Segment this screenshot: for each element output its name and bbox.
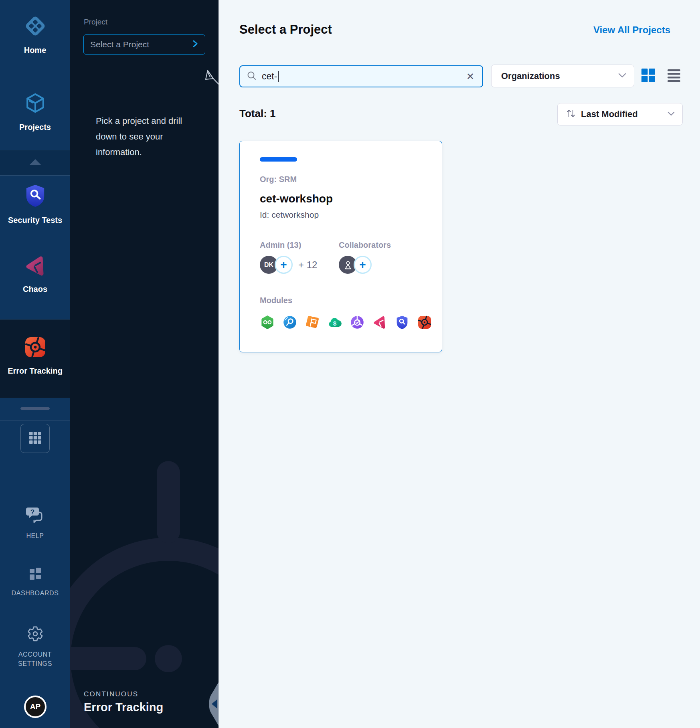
project-name: cet-workshop: [260, 192, 333, 205]
srm-module-icon: [350, 315, 364, 330]
app-window: Home Projects: [0, 0, 700, 728]
sidebar-active-section: Error Tracking: [0, 320, 70, 398]
product-kicker: CONTINUOUS: [84, 690, 138, 698]
divider: [0, 175, 70, 176]
project-card[interactable]: Org: SRM cet-workshop Id: cetworkshop Ad…: [239, 141, 442, 352]
modules-label: Modules: [260, 296, 292, 305]
grid-view-button[interactable]: [641, 68, 655, 83]
error-tracking-target-icon: [24, 336, 47, 360]
chevron-right-icon: [192, 39, 198, 50]
search-icon: [247, 71, 257, 83]
sto-module-icon: [395, 315, 409, 330]
dashboards-icon: [28, 567, 42, 582]
error-tracking-module-icon: [417, 315, 432, 330]
sidebar-item-dashboards[interactable]: DASHBOARDS: [0, 567, 70, 598]
organizations-filter-value: Organizations: [501, 71, 618, 81]
sidebar-item-security-tests[interactable]: Security Tests: [0, 184, 70, 225]
feature-flags-module-icon: [305, 315, 320, 330]
cloud-cost-module-icon: $: [328, 315, 342, 330]
sidebar-item-label: DASHBOARDS: [11, 588, 59, 598]
sidebar-item-account-settings[interactable]: ACCOUNT SETTINGS: [0, 625, 70, 668]
collaborators-label: Collaborators: [339, 241, 391, 250]
ci-module-icon: [260, 315, 275, 330]
add-collaborator-button[interactable]: +: [354, 256, 372, 274]
help-chat-icon: ?: [26, 506, 45, 525]
list-view-icon: [667, 68, 681, 83]
sidebar: Home Projects: [0, 0, 70, 728]
avatar-initials: AP: [30, 702, 40, 711]
sidebar-item-label: Error Tracking: [8, 366, 63, 376]
module-picker-button[interactable]: [20, 424, 50, 453]
sidebar-item-label: HELP: [26, 531, 44, 540]
project-panel: Project Select a Project Pick a project …: [70, 0, 218, 728]
text-cursor: [278, 71, 279, 82]
sidebar-item-label: Home: [24, 45, 47, 55]
drag-divider: [20, 407, 50, 410]
clear-search-button[interactable]: ✕: [465, 70, 476, 83]
sidebar-item-label: Chaos: [23, 284, 47, 294]
project-id: Id: cetworkshop: [260, 210, 319, 220]
main-content: Select a Project View All Projects cet- …: [218, 0, 700, 728]
sidebar-item-projects[interactable]: Projects: [0, 91, 70, 132]
avatar-initials: DK: [264, 261, 273, 269]
cd-module-icon: [283, 315, 297, 330]
total-count: Total: 1: [239, 107, 276, 120]
project-org: Org: SRM: [260, 175, 297, 184]
sidebar-item-help[interactable]: ? HELP: [0, 506, 70, 540]
page-title: Select a Project: [239, 22, 332, 37]
collaborator-avatars: +: [339, 256, 372, 274]
product-name: Error Tracking: [84, 701, 163, 714]
list-view-button[interactable]: [667, 68, 681, 83]
add-admin-button[interactable]: +: [275, 256, 293, 274]
gear-icon: [27, 625, 44, 644]
sort-value: Last Modified: [581, 109, 662, 119]
chevron-down-icon: [618, 73, 627, 80]
person-icon: [344, 260, 352, 270]
sort-arrows-icon: [566, 108, 576, 120]
user-avatar[interactable]: AP: [24, 696, 47, 718]
sort-dropdown[interactable]: Last Modified: [557, 103, 683, 125]
hand-drawn-arrow-illustration: [200, 68, 218, 101]
search-input[interactable]: cet- ✕: [239, 65, 483, 87]
svg-text:?: ?: [30, 508, 34, 516]
admin-avatars: DK + + 12: [260, 256, 317, 274]
chaos-module-icon: [372, 315, 387, 330]
project-color-bar: [260, 157, 297, 162]
sidebar-item-label: Security Tests: [8, 215, 62, 225]
target-watermark: [70, 461, 218, 728]
admin-extra-count: + 12: [298, 259, 317, 271]
sidebar-item-label: Projects: [19, 122, 51, 132]
home-icon: [24, 14, 47, 39]
sidebar-item-error-tracking[interactable]: Error Tracking: [0, 336, 70, 376]
grid-view-icon: [641, 68, 655, 83]
app-grid-icon: [28, 431, 42, 447]
sidebar-item-label: ACCOUNT SETTINGS: [11, 650, 59, 668]
project-selector-dropdown[interactable]: Select a Project: [83, 34, 205, 55]
collapse-panel-toggle[interactable]: [206, 681, 218, 727]
admin-label: Admin (13): [260, 241, 301, 250]
empty-state-hint: Pick a project and drill down to see you…: [96, 113, 196, 160]
chevron-up-icon: [29, 158, 42, 167]
search-value: cet-: [262, 71, 277, 82]
projects-cube-icon: [24, 91, 47, 116]
organizations-filter-dropdown[interactable]: Organizations: [491, 65, 634, 87]
chevron-down-icon: [667, 111, 675, 118]
project-field-label: Project: [84, 18, 107, 26]
project-selector-value: Select a Project: [90, 40, 192, 49]
divider: [0, 421, 70, 421]
sidebar-item-home[interactable]: Home: [0, 14, 70, 55]
collapse-nav-section-button[interactable]: [0, 150, 70, 175]
modules-row: $: [260, 315, 432, 330]
sidebar-item-chaos[interactable]: Chaos: [0, 255, 70, 294]
svg-text:$: $: [333, 320, 336, 327]
security-shield-icon: [24, 184, 46, 209]
view-all-projects-link[interactable]: View All Projects: [593, 24, 670, 36]
chaos-pinwheel-icon: [24, 255, 47, 278]
